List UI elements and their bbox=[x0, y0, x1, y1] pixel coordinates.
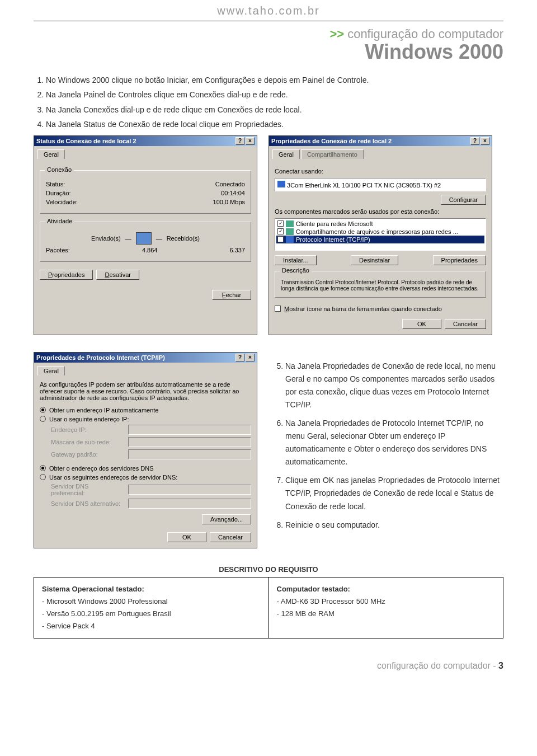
value-duration: 00:14:04 bbox=[221, 190, 245, 196]
label-manual-dns: Usar os seguintes endereços de servidor … bbox=[49, 474, 177, 481]
properties-button[interactable]: Propriedades bbox=[40, 270, 93, 280]
label-sent: Enviado(s) bbox=[91, 235, 121, 242]
install-button[interactable]: Instalar... bbox=[275, 255, 317, 265]
radio-manual-dns[interactable] bbox=[40, 474, 46, 480]
advanced-button[interactable]: Avançado... bbox=[202, 514, 251, 524]
value-packets-recv: 6.337 bbox=[229, 247, 245, 253]
label-ip: Endereço IP: bbox=[51, 426, 124, 433]
network-icon bbox=[136, 232, 152, 245]
uninstall-button[interactable]: Desinstalar bbox=[351, 255, 398, 265]
tab-geral[interactable]: Geral bbox=[37, 366, 65, 375]
label-dns2: Servidor DNS alternativo: bbox=[51, 500, 124, 507]
adapter-name: 3Com EtherLink XL 10/100 PCI TX NIC (3C9… bbox=[287, 182, 441, 189]
list-item: Protocolo Internet (TCP/IP) bbox=[296, 236, 370, 243]
group-atividade: Atividade bbox=[45, 218, 74, 224]
step-item: Na Janela Status de Conexão de rede loca… bbox=[46, 118, 503, 130]
disable-button[interactable]: Desativar bbox=[96, 270, 139, 280]
dialog-title: Propriedades de Protocolo Internet (TCP/… bbox=[36, 354, 165, 361]
properties-button[interactable]: Propriedades bbox=[433, 255, 486, 265]
ok-button[interactable]: OK bbox=[167, 532, 206, 542]
os-line: - Versão 5.00.2195 em Portugues Brasil bbox=[42, 608, 261, 620]
label-manual-ip: Usar o seguinte endereço IP: bbox=[49, 416, 129, 422]
label-auto-dns: Obter o endereço dos servidores DNS bbox=[49, 465, 153, 472]
cancel-button[interactable]: Cancelar bbox=[210, 532, 251, 542]
label-dns1: Servidor DNS preferencial: bbox=[51, 483, 124, 496]
value-packets-sent: 4.864 bbox=[70, 247, 230, 253]
value-speed: 100,0 Mbps bbox=[213, 199, 245, 205]
step-item: Reinicie o seu computador. bbox=[285, 519, 503, 532]
ip-input bbox=[128, 425, 251, 435]
chevron-icon: >> bbox=[329, 27, 344, 41]
breadcrumb-text: configuração do computador bbox=[347, 27, 503, 41]
step-item: No Windows 2000 clique no botão Iniciar,… bbox=[46, 74, 503, 86]
page-number: 3 bbox=[498, 661, 503, 670]
intro-text: As configurações IP podem ser atribuídas… bbox=[40, 381, 251, 401]
os-line: - Service Pack 4 bbox=[42, 620, 261, 632]
dialog-tcpip-properties: Propriedades de Protocolo Internet (TCP/… bbox=[34, 352, 257, 548]
radio-auto-dns[interactable] bbox=[40, 465, 46, 471]
close-button[interactable]: Fechar bbox=[212, 290, 251, 300]
hw-line: - AMD-K6 3D Processor 500 MHz bbox=[277, 595, 496, 608]
hw-tested-head: Computador testado: bbox=[277, 583, 496, 595]
tab-geral[interactable]: Geral bbox=[37, 149, 65, 159]
instructions-list-b: Na Janela Propriedades de Conexão de red… bbox=[274, 360, 503, 532]
hw-line: - 128 MB de RAM bbox=[277, 608, 496, 620]
help-icon[interactable]: ? bbox=[235, 137, 244, 145]
cancel-button[interactable]: Cancelar bbox=[445, 319, 486, 329]
close-icon[interactable]: × bbox=[481, 137, 489, 145]
instructions-list-a: No Windows 2000 clique no botão Iniciar,… bbox=[34, 74, 503, 131]
dialog-title: Status de Conexão de rede local 2 bbox=[36, 138, 136, 144]
requirements-heading: DESCRITIVO DO REQUISITO bbox=[34, 565, 503, 574]
checkbox-icon[interactable]: ✓ bbox=[277, 236, 284, 242]
radio-manual-ip[interactable] bbox=[40, 416, 46, 422]
protocol-icon bbox=[286, 236, 294, 243]
adapter-field: 3Com EtherLink XL 10/100 PCI TX NIC (3C9… bbox=[275, 178, 486, 191]
group-conexao: Conexão bbox=[45, 166, 74, 173]
label-auto-ip: Obter um endereço IP automaticamente bbox=[49, 407, 158, 414]
client-icon bbox=[286, 220, 294, 227]
checkbox-icon[interactable]: ✓ bbox=[277, 220, 284, 227]
close-icon[interactable]: × bbox=[246, 354, 255, 361]
page-title: Windows 2000 bbox=[34, 40, 503, 64]
site-url: www.taho.com.br bbox=[34, 0, 503, 21]
tab-sharing[interactable]: Compartilhamento bbox=[301, 149, 364, 159]
components-listbox[interactable]: ✓Cliente para redes Microsoft ✓Compartil… bbox=[275, 218, 486, 251]
checkbox-icon[interactable] bbox=[275, 306, 281, 312]
dialog-connection-properties: Propriedades de Conexão de rede local 2 … bbox=[268, 135, 492, 335]
help-icon[interactable]: ? bbox=[235, 354, 244, 361]
show-icon-label: Mostrar ícone na barra de ferramentas qu… bbox=[284, 306, 442, 312]
ok-button[interactable]: OK bbox=[402, 319, 441, 329]
checkbox-icon[interactable]: ✓ bbox=[277, 228, 284, 234]
label-connect-using: Conectar usando: bbox=[275, 168, 486, 175]
share-icon bbox=[286, 228, 294, 235]
label-received: Recebido(s) bbox=[167, 235, 200, 242]
footer-sep: - bbox=[491, 661, 498, 670]
list-item: Cliente para redes Microsoft bbox=[296, 220, 373, 227]
mask-input bbox=[128, 437, 251, 447]
gateway-input bbox=[128, 449, 251, 459]
step-item: Na Janela Conexões dial-up e de rede cli… bbox=[46, 104, 503, 116]
label-packets: Pacotes: bbox=[46, 247, 70, 253]
requirements-table: Sistema Operacional testado: - Microsoft… bbox=[34, 577, 503, 638]
configure-button[interactable]: Configurar bbox=[441, 195, 486, 205]
description-text: Transmission Control Protocol/Internet P… bbox=[281, 279, 480, 292]
os-tested-head: Sistema Operacional testado: bbox=[42, 583, 261, 595]
dns1-input bbox=[128, 485, 251, 495]
page-footer: configuração do computador - 3 bbox=[34, 661, 503, 671]
label-duration: Duração: bbox=[46, 190, 71, 196]
close-icon[interactable]: × bbox=[246, 137, 255, 145]
value-status: Conectado bbox=[215, 181, 245, 187]
adapter-icon bbox=[277, 181, 285, 187]
group-description: Descrição bbox=[280, 267, 312, 274]
list-item: Compartilhamento de arquivos e impressor… bbox=[296, 228, 458, 235]
breadcrumb: >>configuração do computador bbox=[34, 27, 503, 41]
os-line: - Microsoft Windows 2000 Professional bbox=[42, 595, 261, 608]
radio-auto-ip[interactable] bbox=[40, 407, 46, 413]
label-status: Status: bbox=[46, 181, 65, 187]
dialog-status: Status de Conexão de rede local 2 ? × Ge… bbox=[34, 135, 257, 335]
step-item: Clique em OK nas janelas Propriedades de… bbox=[285, 474, 503, 513]
help-icon[interactable]: ? bbox=[470, 137, 479, 145]
components-label: Os componentes marcados serão usados por… bbox=[275, 208, 486, 215]
tab-geral[interactable]: Geral bbox=[272, 149, 300, 159]
label-speed: Velocidade: bbox=[46, 199, 78, 205]
